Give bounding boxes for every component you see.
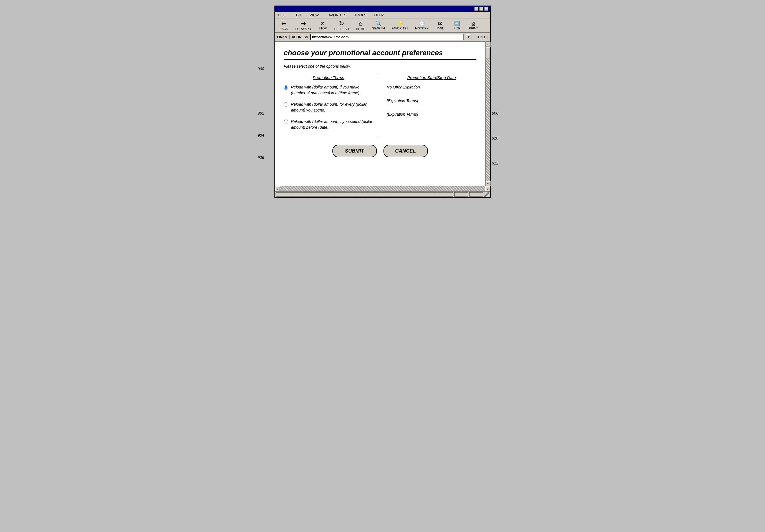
- maximize-button[interactable]: □: [479, 7, 484, 11]
- address-dropdown[interactable]: ▼: [466, 34, 471, 40]
- back-icon: ⬅: [281, 21, 286, 27]
- mail-button[interactable]: ✉ MAIL: [434, 21, 447, 31]
- menu-file[interactable]: FILE: [277, 12, 287, 18]
- refresh-button[interactable]: ↻ REFRESH: [333, 20, 351, 31]
- go-button[interactable]: ↪GO: [474, 34, 488, 40]
- favorites-button[interactable]: ⭐ FAVORITES: [390, 21, 410, 31]
- title-bar: ─ □ ✕: [275, 6, 490, 12]
- menu-bar: FILE EDIT VIEW FAVORITES TOOLS HELP: [275, 12, 490, 19]
- resize-grip: [484, 192, 489, 197]
- promotion-date-header: Promotion Start/Stop Date: [387, 75, 476, 80]
- scroll-h-track: [280, 187, 485, 192]
- minimize-button[interactable]: ─: [474, 7, 479, 11]
- browser-content-wrapper: choose your promotional account preferen…: [275, 42, 490, 186]
- radio-option-1-input[interactable]: [284, 85, 288, 90]
- toolbar: ⬅ BACK ➡ FORWARD ⊗ STOP ↻ REFRESH ⌂ HOME…: [275, 19, 490, 33]
- scroll-thumb[interactable]: [485, 47, 490, 59]
- scroll-left-button[interactable]: ◄: [275, 187, 280, 192]
- buttons-row: SUBMIT CANCEL: [284, 145, 476, 157]
- menu-edit[interactable]: EDIT: [293, 12, 303, 18]
- close-button[interactable]: ✕: [484, 7, 489, 11]
- forward-button[interactable]: ➡ FORWARD: [294, 20, 313, 31]
- history-icon: 🕐: [419, 21, 425, 26]
- page-divider: [284, 59, 476, 60]
- size-icon: 🔤: [454, 21, 460, 26]
- status-text: [276, 192, 453, 197]
- radio-option-1: Reload with (dollar amount) if you make …: [284, 84, 374, 96]
- stop-label: STOP: [319, 27, 327, 30]
- home-button[interactable]: ⌂ HOME: [354, 20, 367, 31]
- annotation-912: 912: [492, 161, 498, 165]
- mail-label: MAIL: [437, 27, 444, 30]
- form-columns: Promotion Terms Reload with (dollar amou…: [284, 75, 476, 136]
- print-button[interactable]: 🖨 PRINT: [467, 21, 480, 31]
- search-button[interactable]: 🔍 SEARCH: [371, 21, 386, 31]
- search-icon: 🔍: [376, 21, 382, 26]
- browser-content: choose your promotional account preferen…: [275, 42, 485, 186]
- search-label: SEARCH: [372, 27, 385, 30]
- print-label: PRINT: [469, 27, 478, 30]
- radio-option-1-label: Reload with (dollar amount) if you make …: [291, 84, 374, 96]
- annotation-906: 906: [258, 155, 264, 160]
- promo-date-1: No Offer Expiration: [387, 84, 476, 90]
- radio-option-2-label: Reload with (dollar amount) for every (d…: [291, 102, 374, 113]
- size-button[interactable]: 🔤 SIZE: [450, 21, 464, 31]
- stop-icon: ⊗: [321, 21, 325, 26]
- radio-option-2: Reload with (dollar amount) for every (d…: [284, 102, 374, 113]
- menu-favorites[interactable]: FAVORITES: [326, 12, 348, 18]
- address-input[interactable]: [310, 34, 464, 40]
- home-label: HOME: [356, 27, 365, 31]
- history-label: HISTORY: [415, 27, 429, 30]
- mail-icon: ✉: [438, 21, 442, 26]
- menu-tools[interactable]: TOOLS: [353, 12, 368, 18]
- promotion-terms-header: Promotion Terms: [284, 75, 374, 80]
- promo-date-3: [Expiration Terms]: [387, 112, 476, 117]
- right-column: Promotion Start/Stop Date No Offer Expir…: [378, 75, 476, 136]
- back-label: BACK: [280, 27, 288, 31]
- annotation-904: 904: [258, 133, 264, 138]
- scrollbar-vertical: ▲ ▼: [485, 42, 490, 186]
- status-panel-1: [454, 192, 468, 197]
- annotation-910: 910: [492, 136, 498, 140]
- left-column: Promotion Terms Reload with (dollar amou…: [284, 75, 378, 136]
- refresh-label: REFRESH: [335, 27, 349, 31]
- favorites-icon: ⭐: [397, 21, 403, 26]
- page-subtitle: Please select one of the options below.: [284, 64, 476, 69]
- refresh-icon: ↻: [339, 21, 344, 27]
- links-label: LINKS: [277, 35, 290, 39]
- stop-button[interactable]: ⊗ STOP: [316, 21, 330, 31]
- annotation-900: 900: [258, 67, 264, 71]
- cancel-button[interactable]: CANCEL: [383, 145, 428, 157]
- scroll-down-button[interactable]: ▼: [485, 181, 490, 186]
- radio-option-3-input[interactable]: [284, 120, 288, 124]
- scroll-right-button[interactable]: ►: [485, 187, 490, 192]
- scroll-track: [485, 47, 490, 181]
- annotation-902: 902: [258, 111, 264, 115]
- home-icon: ⌂: [359, 21, 363, 27]
- annotation-908: 908: [492, 111, 498, 115]
- radio-option-3: Reload with (dollar amount) if you spend…: [284, 119, 374, 130]
- submit-button[interactable]: SUBMIT: [333, 145, 377, 157]
- address-label: ADDRESS: [292, 35, 308, 39]
- menu-view[interactable]: VIEW: [309, 12, 320, 18]
- scroll-up-button[interactable]: ▲: [485, 42, 490, 47]
- back-button[interactable]: ⬅ BACK: [277, 20, 291, 31]
- radio-option-2-input[interactable]: [284, 102, 288, 107]
- print-icon: 🖨: [471, 21, 476, 26]
- favorites-label: FAVORITES: [391, 27, 408, 30]
- status-panel-2: [469, 192, 483, 197]
- address-bar: LINKS ADDRESS ▼ ↪GO: [275, 33, 490, 42]
- forward-icon: ➡: [301, 21, 306, 27]
- promo-date-2: [Expiration Terms]: [387, 98, 476, 104]
- forward-label: FORWARD: [296, 27, 311, 31]
- go-arrow-icon: ↪: [476, 35, 479, 39]
- history-button[interactable]: 🕐 HISTORY: [413, 21, 430, 31]
- title-bar-buttons: ─ □ ✕: [474, 7, 489, 11]
- menu-help[interactable]: HELP: [373, 12, 385, 18]
- page-title: choose your promotional account preferen…: [284, 49, 476, 57]
- size-label: SIZE: [453, 27, 460, 30]
- radio-option-3-label: Reload with (dollar amount) if you spend…: [291, 119, 374, 130]
